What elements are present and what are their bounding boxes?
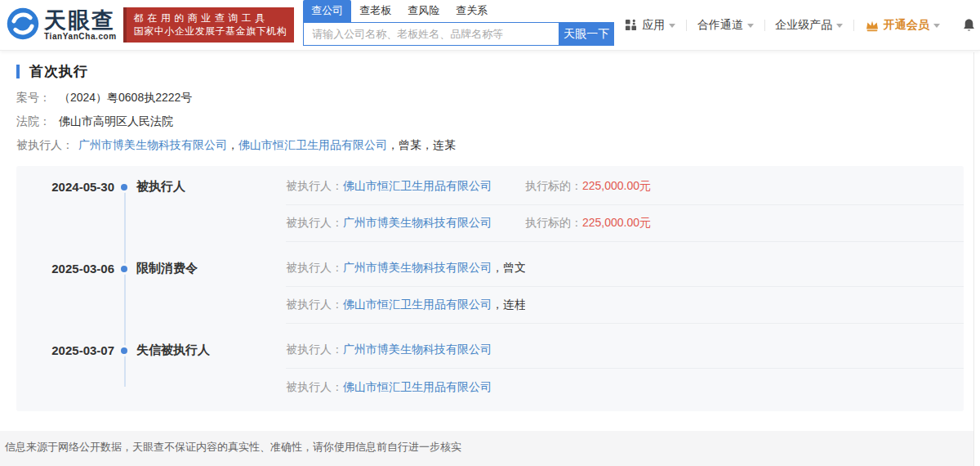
company-link[interactable]: 广州市博美生物科技有限公司 [343, 216, 492, 229]
timeline-group-header: 2024-05-30 被执行人 [16, 168, 286, 205]
case-number-row: 案号： （2024）粤0608执2222号 [16, 86, 964, 110]
timeline-date: 2025-03-07 [16, 343, 114, 357]
entry-label: 被执行人： [286, 261, 343, 274]
company-link[interactable]: 广州市博美生物科技有限公司 [343, 261, 492, 274]
entry-label: 被执行人： [286, 298, 343, 311]
scrollbar[interactable] [973, 52, 980, 466]
timeline-date: 2025-03-06 [16, 262, 114, 276]
timeline-group: 2025-03-06 限制消费令 被执行人：广州市博美生物科技有限公司，曾文勇 … [16, 250, 964, 332]
tianyancha-logo[interactable]: 天眼查 TianYanCha.com [5, 6, 117, 45]
timeline-entries: 被执行人：佛山市恒汇卫生用品有限公司 执行标的：225,000.00元 被执行人… [286, 168, 964, 242]
top-header: 天眼查 TianYanCha.com 都在用的商业查询工具 国家中小企业发展子基… [0, 0, 980, 51]
chevron-down-icon [747, 24, 754, 28]
notifications-button[interactable] [951, 18, 980, 33]
timeline-entry: 被执行人：广州市博美生物科技有限公司 执行标的：225,000.00元 [286, 205, 964, 242]
search-button[interactable]: 天眼一下 [559, 22, 614, 46]
entry-person: ，连桂鑫 [492, 298, 525, 311]
search-tabs: 查公司 查老板 查风险 查关系 [303, 3, 614, 22]
nav-vip-label: 开通会员 [884, 18, 929, 33]
chevron-down-icon [669, 24, 675, 28]
bell-icon [962, 18, 976, 33]
timeline-entries: 被执行人：广州市博美生物科技有限公司，曾文勇 被执行人：佛山市恒汇卫生用品有限公… [286, 250, 964, 324]
nav-enterprise[interactable]: 企业级产品 [764, 18, 853, 33]
case-meta: 案号： （2024）粤0608执2222号 法院： 佛山市高明区人民法院 被执行… [16, 86, 964, 157]
chevron-down-icon [933, 24, 940, 28]
timeline-date: 2024-05-30 [16, 180, 114, 194]
page-title-row: 首次执行 [16, 61, 964, 81]
court-value: 佛山市高明区人民法院 [59, 114, 173, 128]
amount-label: 执行标的： [525, 216, 582, 229]
tab-boss[interactable]: 查老板 [351, 0, 399, 22]
court-row: 法院： 佛山市高明区人民法院 [16, 110, 964, 133]
company-link[interactable]: 佛山市恒汇卫生用品有限公司 [343, 179, 492, 192]
chevron-down-icon [836, 24, 843, 28]
timeline-group: 2024-05-30 被执行人 被执行人：佛山市恒汇卫生用品有限公司 执行标的：… [16, 168, 964, 250]
timeline-dot-icon [121, 266, 127, 272]
entry-person: ，曾文勇 [492, 261, 525, 274]
company-link[interactable]: 佛山市恒汇卫生用品有限公司 [343, 380, 492, 393]
brand-slogan-badge: 都在用的商业查询工具 国家中小企业发展子基金旗下机构 [123, 7, 295, 43]
nav-cooperation[interactable]: 合作通道 [687, 18, 764, 33]
company-link[interactable]: 广州市博美生物科技有限公司 [78, 138, 227, 151]
separator: ， [387, 138, 399, 151]
slogan-line2: 国家中小企业发展子基金旗下机构 [134, 25, 287, 38]
case-number-label: 案号： [16, 91, 51, 104]
timeline-group-header: 2025-03-06 限制消费令 [16, 250, 286, 287]
entry-label: 被执行人： [286, 179, 343, 192]
title-accent-bar [16, 65, 20, 78]
case-number-value: （2024）粤0608执2222号 [59, 91, 192, 104]
timeline-event-title: 被执行人 [136, 179, 185, 195]
apps-grid-icon [625, 19, 637, 31]
nav-vip[interactable]: 开通会员 [854, 18, 951, 33]
timeline-card: 2024-05-30 被执行人 被执行人：佛山市恒汇卫生用品有限公司 执行标的：… [16, 166, 964, 411]
court-label: 法院： [16, 114, 51, 128]
company-link[interactable]: 佛山市恒汇卫生用品有限公司 [238, 138, 387, 151]
search-block: 查公司 查老板 查风险 查关系 天眼一下 [303, 3, 614, 46]
person-name: 连某 [433, 138, 456, 151]
timeline-entry: 被执行人：广州市博美生物科技有限公司 [286, 332, 964, 369]
nav-enterprise-label: 企业级产品 [775, 18, 832, 33]
separator: ， [227, 138, 238, 151]
timeline-dot-icon [121, 184, 127, 190]
timeline-entry: 被执行人：佛山市恒汇卫生用品有限公司 [286, 369, 964, 406]
nav-cooperation-label: 合作通道 [697, 18, 743, 33]
logo-name: 天眼查 [44, 9, 117, 32]
tab-company[interactable]: 查公司 [303, 0, 351, 22]
slogan-line1: 都在用的商业查询工具 [134, 11, 287, 25]
crown-icon [865, 19, 884, 32]
timeline-dot-icon [121, 347, 127, 354]
search-input[interactable] [303, 22, 559, 46]
timeline-group: 2025-03-07 失信被执行人 被执行人：广州市博美生物科技有限公司 被执行… [16, 332, 964, 406]
timeline-entry: 被执行人：佛山市恒汇卫生用品有限公司，连桂鑫 [286, 287, 964, 324]
timeline-event-title: 失信被执行人 [136, 343, 210, 358]
tab-risk[interactable]: 查风险 [399, 0, 448, 22]
timeline-entry: 被执行人：佛山市恒汇卫生用品有限公司 执行标的：225,000.00元 [286, 168, 964, 205]
amount-value: 225,000.00元 [582, 216, 651, 229]
logo-domain: TianYanCha.com [44, 32, 117, 41]
header-nav: 应用 合作通道 企业级产品 开通会员 [614, 3, 980, 47]
company-link[interactable]: 广州市博美生物科技有限公司 [343, 343, 492, 356]
defendants-row: 被执行人：广州市博美生物科技有限公司，佛山市恒汇卫生用品有限公司，曾某，连某 [16, 133, 964, 157]
defendants-label: 被执行人： [16, 138, 74, 151]
logo-text: 天眼查 TianYanCha.com [44, 9, 117, 41]
tab-relation[interactable]: 查关系 [448, 0, 496, 22]
disclaimer-footer: 信息来源于网络公开数据，天眼查不保证内容的真实性、准确性，请你使用信息前自行进一… [0, 431, 980, 466]
entry-label: 被执行人： [286, 380, 343, 393]
separator: ， [421, 138, 433, 151]
nav-apps-label: 应用 [642, 18, 665, 33]
company-link[interactable]: 佛山市恒汇卫生用品有限公司 [343, 298, 492, 311]
timeline-event-title: 限制消费令 [136, 261, 198, 276]
entry-label: 被执行人： [286, 343, 343, 356]
entry-label: 被执行人： [286, 216, 343, 229]
amount-value: 225,000.00元 [582, 179, 651, 192]
timeline-entry: 被执行人：广州市博美生物科技有限公司，曾文勇 [286, 250, 964, 287]
disclaimer-text: 信息来源于网络公开数据，天眼查不保证内容的真实性、准确性，请你使用信息前自行进一… [5, 441, 461, 453]
amount-label: 执行标的： [525, 179, 582, 192]
nav-apps[interactable]: 应用 [614, 18, 686, 33]
tianyancha-logo-icon [5, 6, 41, 45]
main-content: 首次执行 案号： （2024）粤0608执2222号 法院： 佛山市高明区人民法… [0, 61, 980, 411]
person-name: 曾某 [399, 138, 421, 151]
timeline-group-header: 2025-03-07 失信被执行人 [16, 332, 286, 369]
timeline-entries: 被执行人：广州市博美生物科技有限公司 被执行人：佛山市恒汇卫生用品有限公司 [286, 332, 964, 406]
page-title: 首次执行 [29, 62, 88, 81]
